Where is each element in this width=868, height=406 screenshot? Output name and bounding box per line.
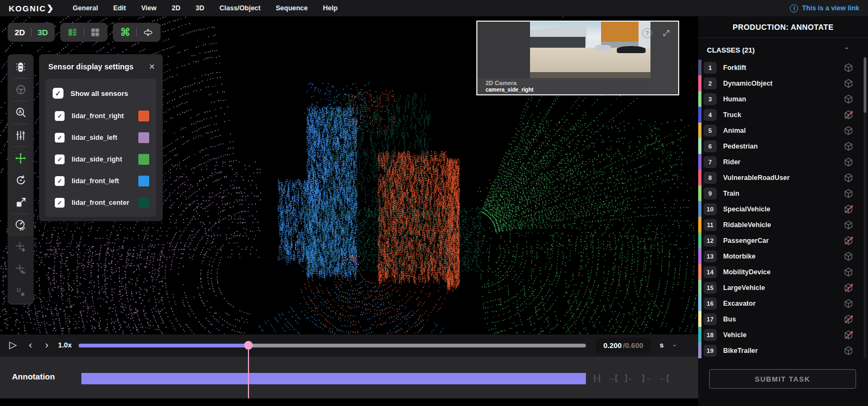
submit-task-button[interactable]: SUBMIT TASK xyxy=(709,369,856,389)
tool-translate-object[interactable] xyxy=(8,236,34,259)
sensor-checkbox[interactable]: ✓ xyxy=(55,176,65,186)
sensor-panel-header: Sensor display settings ✕ xyxy=(39,54,163,75)
orbit-icon[interactable] xyxy=(143,27,154,38)
class-number-badge: 3 xyxy=(704,93,717,105)
view-link[interactable]: i This is a view link xyxy=(790,4,859,12)
cube-icon[interactable] xyxy=(843,251,854,262)
time-unit-dropdown-chevron[interactable]: ⌄ xyxy=(672,340,678,348)
cube-icon[interactable] xyxy=(843,141,854,152)
cube-annotated-icon[interactable] xyxy=(843,282,854,293)
layout-list-icon[interactable] xyxy=(67,27,78,37)
menu-item-2d[interactable]: 2D xyxy=(172,4,181,12)
class-row-passengercar[interactable]: 12PassengerCar xyxy=(698,233,868,248)
close-icon[interactable]: ✕ xyxy=(149,62,155,71)
class-row-train[interactable]: 9Train xyxy=(698,185,868,201)
menu-item-general[interactable]: General xyxy=(73,4,98,12)
class-color-stripe xyxy=(698,311,701,327)
cube-icon[interactable] xyxy=(843,345,854,356)
expand-icon[interactable]: ⤢ xyxy=(663,28,669,38)
next-frame-button[interactable]: › xyxy=(45,339,48,351)
tool-scale[interactable] xyxy=(8,191,34,214)
cube-annotated-icon[interactable] xyxy=(843,204,854,215)
class-row-ridablevehicle[interactable]: 11RidableVehicle xyxy=(698,217,868,233)
cube-annotated-icon[interactable] xyxy=(843,235,854,246)
2d-mode-button[interactable]: 2D xyxy=(15,28,25,37)
previous-frame-button[interactable]: ‹ xyxy=(29,339,32,351)
keyframe-prev-icon[interactable]: ←[ xyxy=(659,373,669,382)
tool-rotate[interactable] xyxy=(8,169,34,191)
cube-icon[interactable] xyxy=(843,267,854,278)
class-row-vulnerableroaduser[interactable]: 8VulnerableRoadUser xyxy=(698,170,868,185)
tool-snap-object[interactable] xyxy=(8,259,34,281)
tool-rotate-90[interactable]: 90° xyxy=(8,214,34,236)
cube-icon[interactable] xyxy=(843,78,854,89)
class-row-largevehicle[interactable]: 15LargeVehicle xyxy=(698,280,868,295)
keyframe-current-icon[interactable]: |◦| xyxy=(593,373,601,382)
tool-zoom-to-annotation[interactable]: A xyxy=(8,101,34,124)
toolbar-expand-chevron[interactable]: › xyxy=(34,221,36,230)
camera-preview[interactable]: 2D Camera camera_side_right ? ⤢ xyxy=(476,21,679,95)
cube-annotated-icon[interactable] xyxy=(843,314,854,325)
keyframe-in-icon[interactable]: →[ xyxy=(608,373,618,382)
tool-filter-sliders[interactable] xyxy=(8,124,34,146)
class-row-motorbike[interactable]: 13Motorbike xyxy=(698,248,868,264)
sensor-name-label: lidar_side_right xyxy=(72,156,122,163)
sensor-checkbox[interactable]: ✓ xyxy=(55,133,65,143)
menu-item-3d[interactable]: 3D xyxy=(196,4,205,12)
class-number-badge: 18 xyxy=(704,329,717,341)
class-row-human[interactable]: 3Human xyxy=(698,91,868,107)
tool-steering-wheel[interactable] xyxy=(8,79,34,101)
divider xyxy=(31,28,31,36)
cube-annotated-icon[interactable] xyxy=(843,109,854,120)
class-row-biketrailer[interactable]: 19BikeTrailer xyxy=(698,343,868,358)
slider-handle[interactable] xyxy=(244,341,253,350)
tool-translate[interactable] xyxy=(8,147,34,169)
class-row-rider[interactable]: 7Rider xyxy=(698,154,868,170)
keyframe-out-icon[interactable]: ]← xyxy=(624,373,635,382)
show-all-sensors-row: ✓ Show all sensors xyxy=(53,86,149,105)
cube-icon[interactable] xyxy=(843,172,854,183)
chevron-up-icon[interactable]: ⌃ xyxy=(844,46,850,54)
cube-icon[interactable] xyxy=(843,94,854,105)
class-row-dynamicobject[interactable]: 2DynamicObject xyxy=(698,75,868,91)
class-row-bus[interactable]: 17Bus xyxy=(698,311,868,327)
play-button[interactable]: ▷ xyxy=(9,339,17,351)
drone-icon[interactable]: ⌘ xyxy=(120,27,130,37)
sensor-checkbox[interactable]: ✓ xyxy=(55,111,65,121)
menu-item-sequence[interactable]: Sequence xyxy=(276,4,308,12)
class-row-vehicle[interactable]: 18Vehicle xyxy=(698,327,868,343)
class-row-specialvehicle[interactable]: 10SpecialVehicle xyxy=(698,201,868,217)
cube-icon[interactable] xyxy=(843,157,854,167)
help-icon[interactable]: ? xyxy=(642,28,652,38)
divider xyxy=(84,28,84,36)
menu-item-edit[interactable]: Edit xyxy=(113,4,126,12)
cube-icon[interactable] xyxy=(843,220,854,230)
annotation-track-bar[interactable] xyxy=(81,373,586,384)
class-row-truck[interactable]: 4Truck xyxy=(698,107,868,123)
layout-grid-icon[interactable] xyxy=(90,27,100,37)
class-row-animal[interactable]: 5Animal xyxy=(698,123,868,138)
class-row-mobilitydevice[interactable]: 14MobilityDevice xyxy=(698,264,868,280)
timeline-slider[interactable] xyxy=(79,344,586,347)
scrollbar-thumb[interactable] xyxy=(864,57,866,113)
playback-speed[interactable]: 1.0x xyxy=(58,341,72,349)
cube-icon[interactable] xyxy=(843,62,854,73)
cube-icon[interactable] xyxy=(843,188,854,199)
class-row-pedestrian[interactable]: 6Pedestrian xyxy=(698,138,868,154)
sensor-checkbox[interactable]: ✓ xyxy=(55,198,65,208)
menu-item-class-object[interactable]: Class/Object xyxy=(219,4,260,12)
keyframe-next-icon[interactable]: ]→ xyxy=(642,373,652,382)
class-row-excavator[interactable]: 16Excavator xyxy=(698,295,868,311)
class-row-forklift[interactable]: 1Forklift xyxy=(698,60,868,75)
cube-annotated-icon[interactable] xyxy=(843,330,854,340)
tool-unlock-object[interactable]: U xyxy=(8,281,34,303)
menu-item-help[interactable]: Help xyxy=(323,4,337,12)
class-number-badge: 8 xyxy=(704,172,717,184)
tool-ego-vehicle[interactable] xyxy=(8,56,34,78)
sensor-checkbox[interactable]: ✓ xyxy=(55,154,65,164)
cube-icon[interactable] xyxy=(843,125,854,136)
3d-mode-button[interactable]: 3D xyxy=(37,28,48,37)
cube-icon[interactable] xyxy=(843,298,854,309)
show-all-checkbox[interactable]: ✓ xyxy=(53,88,63,99)
menu-item-view[interactable]: View xyxy=(141,4,156,12)
